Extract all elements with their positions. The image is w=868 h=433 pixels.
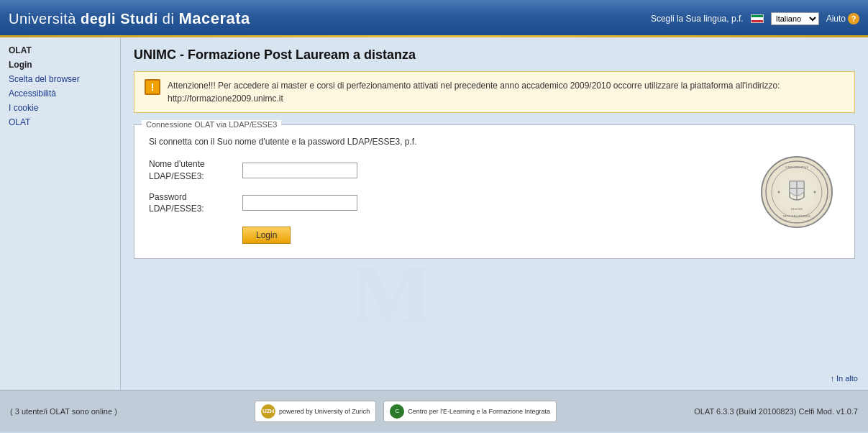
centro-text: Centro per l'E-Learning e la Formazione … <box>408 408 550 415</box>
sidebar-item-browser[interactable]: Scelta del browser <box>0 72 120 86</box>
username-label: Nome d'utente LDAP/ESSE3: <box>149 158 242 183</box>
footer: ( 3 utente/i OLAT sono online ) UZH powe… <box>0 390 868 432</box>
logo-part1: Università <box>9 11 81 27</box>
help-link[interactable]: Aiuto ? <box>826 13 859 24</box>
main-wrapper: OLAT Login Scelta del browser Accessibil… <box>0 37 868 390</box>
powered-by-badge: UZH powered by University of Zurich <box>255 401 376 422</box>
to-top-link[interactable]: ↑ In alto <box>830 370 858 387</box>
username-row: Nome d'utente LDAP/ESSE3: <box>149 158 840 183</box>
login-button-row: Login <box>149 224 840 244</box>
language-selector[interactable]: Italiano English Deutsch <box>771 12 819 25</box>
footer-center: UZH powered by University of Zurich C Ce… <box>255 401 557 422</box>
sidebar-item-olat[interactable]: OLAT <box>0 115 120 129</box>
logo-part4: di <box>163 11 179 27</box>
university-seal: UNIVERSITAS MACERATENSIS MACER <box>761 156 833 228</box>
seal-circle: UNIVERSITAS MACERATENSIS MACER <box>761 156 833 228</box>
svg-text:MACER: MACER <box>791 207 803 211</box>
login-box: Connessione OLAT via LDAP/ESSE3 Si conne… <box>134 124 855 259</box>
username-input[interactable] <box>242 163 357 178</box>
centro-badge: C Centro per l'E-Learning e la Formazion… <box>383 401 557 422</box>
password-row: Password LDAP/ESSE3: <box>149 191 840 216</box>
logo-part5: Macerata <box>178 9 250 27</box>
page-title: UNIMC - Formazione Post Lauream a distan… <box>134 47 855 63</box>
sidebar-item-olat-header: OLAT <box>0 43 120 58</box>
powered-by-text: powered by University of Zurich <box>279 408 370 415</box>
login-box-title: Connessione OLAT via LDAP/ESSE3 <box>142 120 281 129</box>
sidebar-item-cookies[interactable]: I cookie <box>0 101 120 115</box>
help-icon: ? <box>848 13 859 24</box>
login-button[interactable]: Login <box>242 227 291 244</box>
zurich-badge-icon: UZH <box>261 404 275 419</box>
sidebar-item-accessibility[interactable]: Accessibilità <box>0 86 120 101</box>
logo-part2: degli <box>81 11 120 27</box>
warning-text: Attenzione!!! Per accedere ai master e c… <box>168 79 844 105</box>
footer-version: OLAT 6.3.3 (Build 20100823) Celfi Mod. v… <box>694 407 858 416</box>
svg-point-6 <box>778 191 780 193</box>
language-label: Scegli la Sua lingua, p.f. <box>651 14 744 24</box>
logo-part3: Studi <box>120 11 163 27</box>
sidebar: OLAT Login Scelta del browser Accessibil… <box>0 37 121 390</box>
svg-text:M: M <box>351 259 432 342</box>
italian-flag-icon <box>751 14 764 23</box>
header: Università degli Studi di Macerata Scegl… <box>0 0 868 37</box>
centro-badge-icon: C <box>390 404 404 419</box>
watermark-svg: M <box>315 259 675 345</box>
help-label: Aiuto <box>826 14 846 24</box>
header-right: Scegli la Sua lingua, p.f. Italiano Engl… <box>651 12 859 25</box>
svg-text:UNIVERSITAS: UNIVERSITAS <box>785 165 809 169</box>
footer-online-users: ( 3 utente/i OLAT sono online ) <box>10 407 117 416</box>
sidebar-item-login[interactable]: Login <box>0 58 120 72</box>
login-subtitle: Si connetta con il Suo nome d'utente e l… <box>149 137 840 147</box>
password-label: Password LDAP/ESSE3: <box>149 191 242 216</box>
warning-box: ! Attenzione!!! Per accedere ai master e… <box>134 71 855 113</box>
content-area: UNIMC - Formazione Post Lauream a distan… <box>121 37 868 390</box>
svg-text:MACERATENSIS: MACERATENSIS <box>783 214 810 218</box>
seal-svg: UNIVERSITAS MACERATENSIS MACER <box>764 160 829 224</box>
password-input[interactable] <box>242 195 357 211</box>
svg-point-7 <box>814 191 816 193</box>
university-logo: Università degli Studi di Macerata <box>9 9 250 28</box>
watermark-area: M <box>134 259 855 345</box>
warning-icon: ! <box>145 79 160 95</box>
